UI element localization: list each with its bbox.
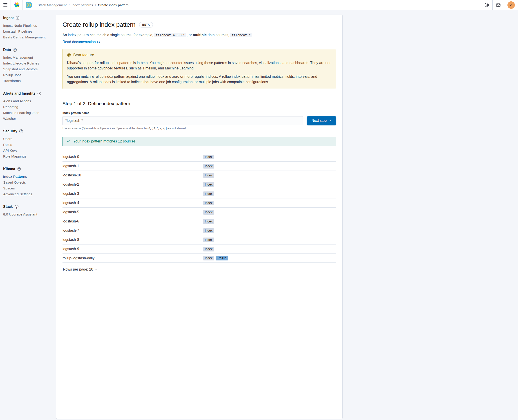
sidebar-item-index-patterns[interactable]: Index Patterns [3, 174, 54, 180]
table-row: logstash-9 Index [62, 244, 336, 254]
index-badge: Index [203, 191, 214, 196]
table-row: logstash-2 Index [62, 180, 336, 189]
source-name: logstash-0 [62, 155, 203, 159]
intro-prefix: An index pattern can match a single sour… [62, 33, 153, 37]
table-row: logstash-10 Index [62, 171, 336, 180]
read-documentation-link[interactable]: Read documentation [62, 40, 100, 44]
sidebar-item-spaces[interactable]: Spaces [3, 185, 54, 191]
sidebar-item-ingest-node-pipelines[interactable]: Ingest Node Pipelines [3, 23, 54, 29]
intro-suffix: . [253, 33, 254, 37]
sidebar-section-kibana: Kibana ? Index Patterns Saved Objects Sp… [3, 167, 54, 197]
space-switcher[interactable] [23, 0, 35, 10]
help-icon[interactable]: ? [16, 16, 19, 20]
sidebar-item-beats-central-management[interactable]: Beats Central Management [3, 34, 54, 40]
intro-mid2: data sources, [208, 33, 229, 37]
sidebar-item-users[interactable]: Users [3, 136, 54, 142]
sidebar-item-advanced-settings[interactable]: Advanced Settings [3, 191, 54, 197]
index-badge: Index [203, 238, 214, 242]
sidebar-item-role-mappings[interactable]: Role Mappings [3, 153, 54, 159]
source-name: logstash-4 [62, 201, 203, 205]
sidebar-item-logstash-pipelines[interactable]: Logstash Pipelines [3, 29, 54, 34]
breadcrumb-stack-management[interactable]: Stack Management [38, 3, 67, 7]
table-row: logstash-1 Index [62, 161, 336, 171]
rows-per-page-button[interactable]: Rows per page: 20 [62, 267, 99, 272]
intro-text: An index pattern can match a single sour… [62, 32, 336, 38]
next-step-label: Next step [311, 119, 327, 123]
menu-button[interactable] [0, 0, 11, 10]
sidebar-item-saved-objects[interactable]: Saved Objects [3, 180, 54, 185]
sidebar-item-snapshot-and-restore[interactable]: Snapshot and Restore [3, 66, 54, 72]
index-badge: Index [203, 173, 214, 178]
breadcrumb-current-page: Create index pattern [98, 3, 129, 7]
breadcrumb-separator: / [69, 3, 69, 7]
section-title-kibana: Kibana [3, 167, 15, 171]
chevron-down-icon [95, 268, 98, 271]
source-name: logstash-8 [62, 238, 203, 242]
help-icon[interactable]: ? [17, 167, 21, 171]
intro-mid: , or [187, 33, 192, 37]
table-row: rollup-logstash-daily Index Rollup [62, 254, 336, 263]
help-forbidden-chars: \, /, ?, ", <, >, | [149, 127, 167, 130]
help-icon[interactable]: ? [19, 129, 23, 133]
top-header: Stack Management / Index patterns / Crea… [0, 0, 345, 10]
sidebar-item-machine-learning-jobs[interactable]: Machine Learning Jobs [3, 110, 54, 116]
sidebar-item-reporting[interactable]: Reporting [3, 104, 54, 110]
next-step-button[interactable]: Next step [307, 116, 336, 125]
rollup-badge: Rollup [216, 256, 228, 261]
section-title-alerts-insights: Alerts and Insights [3, 91, 36, 96]
help-icon[interactable]: ? [13, 48, 17, 52]
breadcrumb-index-patterns[interactable]: Index patterns [71, 3, 93, 7]
source-name: logstash-1 [62, 164, 203, 168]
management-sidebar: Ingest ? Ingest Node Pipelines Logstash … [0, 10, 56, 280]
index-badge: Index [203, 219, 214, 224]
input-help-text: Use an asterisk (*) to match multiple in… [62, 127, 336, 130]
table-row: logstash-7 Index [62, 226, 336, 235]
sidebar-item-index-management[interactable]: Index Management [3, 55, 54, 60]
breadcrumb-separator: / [95, 3, 96, 7]
external-link-icon [97, 40, 100, 44]
index-badge: Index [203, 256, 214, 261]
doc-link-label: Read documentation [62, 40, 96, 44]
header-divider [35, 0, 35, 10]
index-pattern-form: Index pattern name Next step Use an aste… [62, 111, 336, 130]
index-badge: Index [203, 228, 214, 233]
sidebar-section-stack: Stack ? 8.0 Upgrade Assistant [3, 205, 54, 217]
index-pattern-name-input[interactable] [62, 116, 303, 125]
sidebar-item-transforms[interactable]: Transforms [3, 78, 54, 84]
section-title-stack: Stack [3, 205, 13, 209]
index-badge: Index [203, 182, 214, 187]
sidebar-item-watcher[interactable]: Watcher [3, 116, 54, 122]
rows-per-page-label: Rows per page: 20 [63, 267, 93, 271]
elastic-logo[interactable] [11, 0, 22, 10]
intro-bold: multiple [193, 33, 207, 37]
check-icon [67, 139, 71, 143]
sidebar-item-alerts-and-actions[interactable]: Alerts and Actions [3, 98, 54, 104]
create-index-pattern-panel: Create rollup index pattern BETA An inde… [56, 15, 343, 280]
help-icon[interactable]: ? [38, 92, 41, 95]
match-success-callout: Your index pattern matches 12 sources. [62, 137, 336, 146]
space-avatar-giraffe-icon [26, 2, 32, 8]
beta-callout-paragraph-2: You can match a rollup index pattern aga… [67, 74, 332, 85]
page-title: Create rollup index pattern [62, 21, 136, 28]
help-icon[interactable]: ? [15, 205, 18, 209]
help-suffix: are not allowed. [167, 127, 186, 130]
source-name: logstash-2 [62, 182, 203, 187]
help-prefix: Use an asterisk (*) to match multiple in… [62, 127, 149, 130]
sidebar-item-roles[interactable]: Roles [3, 142, 54, 148]
breadcrumb: Stack Management / Index patterns / Crea… [38, 0, 129, 10]
beta-badge: BETA [139, 22, 153, 27]
sidebar-item-index-lifecycle-policies[interactable]: Index Lifecycle Policies [3, 60, 54, 66]
sidebar-item-upgrade-assistant[interactable]: 8.0 Upgrade Assistant [3, 211, 54, 217]
source-name: logstash-9 [62, 247, 203, 251]
source-name: logstash-6 [62, 219, 203, 223]
elastic-logo-icon [14, 2, 20, 8]
index-badge: Index [203, 210, 214, 215]
table-row: logstash-6 Index [62, 217, 336, 226]
source-name: logstash-5 [62, 210, 203, 214]
sidebar-item-rollup-jobs[interactable]: Rollup Jobs [3, 72, 54, 78]
section-divider [62, 94, 336, 94]
chevron-right-icon [329, 119, 332, 122]
index-pattern-name-label: Index pattern name [62, 111, 336, 115]
matching-sources-table: logstash-0 Index logstash-1 Index logsta… [62, 152, 336, 263]
sidebar-item-api-keys[interactable]: API Keys [3, 148, 54, 153]
